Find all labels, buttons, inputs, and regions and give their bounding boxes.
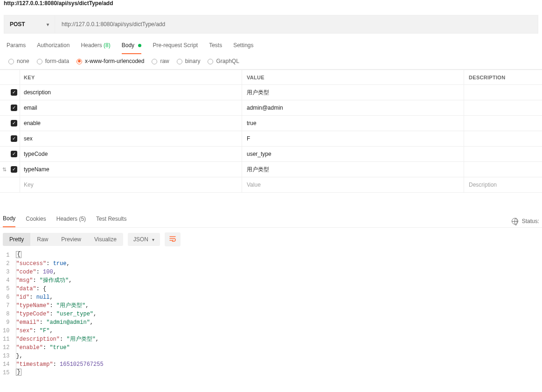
body-type-none[interactable]: none: [8, 58, 29, 64]
check-icon: ✓: [11, 135, 17, 142]
body-type-raw[interactable]: raw: [152, 58, 169, 64]
key-cell[interactable]: email: [20, 100, 242, 115]
table-row-new[interactable]: Key Value Description: [0, 177, 542, 193]
modified-dot-icon: [138, 44, 141, 47]
key-cell[interactable]: typeName: [20, 162, 242, 177]
resp-tab-testresults[interactable]: Test Results: [96, 216, 126, 227]
wrap-lines-button[interactable]: [165, 232, 181, 246]
body-type-urlencoded[interactable]: x-www-form-urlencoded: [76, 58, 144, 64]
value-cell[interactable]: 用户类型: [242, 162, 464, 177]
chevron-down-icon: ▾: [47, 22, 49, 27]
check-icon: ✓: [11, 89, 17, 96]
tab-body[interactable]: Body: [122, 42, 142, 54]
body-type-binary[interactable]: binary: [177, 58, 201, 64]
status-label: Status:: [522, 218, 539, 224]
url-text: http://127.0.0.1:8080/api/sys/dictType/a…: [62, 21, 165, 28]
radio-icon: [208, 59, 213, 64]
body-type-graphql[interactable]: GraphQL: [208, 58, 239, 64]
value-input[interactable]: Value: [242, 177, 464, 192]
view-preview[interactable]: Preview: [55, 233, 88, 246]
resp-tab-headers-count: (5): [79, 216, 86, 222]
col-key: KEY: [20, 70, 242, 84]
radio-icon: [37, 59, 42, 64]
tab-tests[interactable]: Tests: [209, 42, 222, 54]
row-checkbox[interactable]: ✓: [8, 89, 20, 96]
row-checkbox[interactable]: ✓: [8, 105, 20, 111]
key-cell[interactable]: description: [20, 85, 242, 100]
radio-icon: [152, 59, 157, 64]
key-input[interactable]: Key: [20, 177, 242, 192]
description-cell[interactable]: [464, 100, 542, 115]
check-icon: ✓: [11, 105, 17, 111]
format-label: JSON: [133, 236, 148, 243]
view-raw[interactable]: Raw: [30, 233, 55, 246]
tab-settings[interactable]: Settings: [233, 42, 253, 54]
globe-icon[interactable]: [512, 218, 518, 224]
tab-headers-count: (8): [104, 42, 111, 49]
view-mode-group: Pretty Raw Preview Visualize: [3, 233, 123, 246]
key-cell[interactable]: sex: [20, 131, 242, 146]
description-cell[interactable]: [464, 131, 542, 146]
value-cell[interactable]: admin@admin: [242, 100, 464, 115]
resp-tab-headers[interactable]: Headers (5): [56, 216, 86, 227]
tab-params[interactable]: Params: [7, 42, 26, 54]
body-type-form-data[interactable]: form-data: [37, 58, 69, 64]
radio-icon: [76, 59, 82, 64]
description-cell[interactable]: [464, 162, 542, 177]
row-checkbox[interactable]: ✓: [8, 135, 20, 142]
check-icon: ✓: [11, 166, 17, 173]
description-cell[interactable]: [464, 116, 542, 131]
value-cell[interactable]: true: [242, 116, 464, 131]
col-description: DESCRIPTION: [464, 70, 542, 84]
value-cell[interactable]: user_type: [242, 147, 464, 161]
check-icon: ✓: [11, 120, 17, 126]
view-visualize[interactable]: Visualize: [88, 233, 123, 246]
wrap-icon: [169, 236, 176, 242]
url-input[interactable]: http://127.0.0.1:8080/api/sys/dictType/a…: [55, 15, 538, 34]
tab-prerequest[interactable]: Pre-request Script: [153, 42, 198, 54]
table-row[interactable]: ⇅✓typeName用户类型: [0, 162, 542, 177]
value-cell[interactable]: F: [242, 131, 464, 146]
method-select[interactable]: POST ▾: [4, 15, 55, 34]
table-row[interactable]: ✓sexF: [0, 131, 542, 147]
check-icon: ✓: [11, 151, 17, 157]
tab-headers-label: Headers: [81, 42, 102, 49]
drag-handle-icon[interactable]: ⇅: [0, 167, 8, 173]
response-body[interactable]: 123456789101112131415 { "success": true,…: [0, 251, 542, 377]
tab-headers[interactable]: Headers (8): [81, 42, 110, 54]
description-cell[interactable]: [464, 147, 542, 161]
response-section: Body Cookies Headers (5) Test Results St…: [0, 215, 542, 377]
request-row: POST ▾ http://127.0.0.1:8080/api/sys/dic…: [4, 15, 538, 34]
description-cell[interactable]: [464, 85, 542, 100]
col-value: VALUE: [242, 70, 464, 84]
method-label: POST: [10, 21, 25, 28]
resp-tab-body[interactable]: Body: [3, 215, 15, 227]
table-row[interactable]: ✓emailadmin@admin: [0, 100, 542, 116]
table-row[interactable]: ✓enabletrue: [0, 116, 542, 131]
radio-icon: [177, 59, 182, 64]
response-status: Status:: [512, 218, 542, 224]
table-row[interactable]: ✓typeCodeuser_type: [0, 147, 542, 162]
value-cell[interactable]: 用户类型: [242, 85, 464, 100]
view-pretty[interactable]: Pretty: [3, 233, 30, 246]
response-toolbar: Pretty Raw Preview Visualize JSON ▾: [0, 228, 542, 251]
key-cell[interactable]: typeCode: [20, 147, 242, 161]
row-checkbox[interactable]: ✓: [8, 166, 20, 173]
radio-icon: [8, 59, 14, 64]
row-checkbox[interactable]: ✓: [8, 151, 20, 157]
row-checkbox[interactable]: ✓: [8, 120, 20, 126]
response-tabs: Body Cookies Headers (5) Test Results St…: [0, 215, 542, 228]
request-tabs: Params Authorization Headers (8) Body Pr…: [0, 35, 542, 54]
format-select[interactable]: JSON ▾: [128, 233, 160, 246]
json-code: { "success": true, "code": 100, "msg": "…: [16, 251, 103, 377]
table-header: KEY VALUE DESCRIPTION: [0, 70, 542, 85]
breadcrumb-url: http://127.0.0.1:8080/api/sys/dictType/a…: [0, 0, 542, 12]
chevron-down-icon: ▾: [152, 237, 154, 242]
key-cell[interactable]: enable: [20, 116, 242, 131]
resp-tab-cookies[interactable]: Cookies: [26, 216, 46, 227]
tab-authorization[interactable]: Authorization: [37, 42, 69, 54]
resp-tab-headers-label: Headers: [56, 216, 77, 222]
description-input[interactable]: Description: [464, 177, 542, 192]
table-row[interactable]: ✓description用户类型: [0, 85, 542, 100]
line-gutter: 123456789101112131415: [0, 251, 16, 377]
